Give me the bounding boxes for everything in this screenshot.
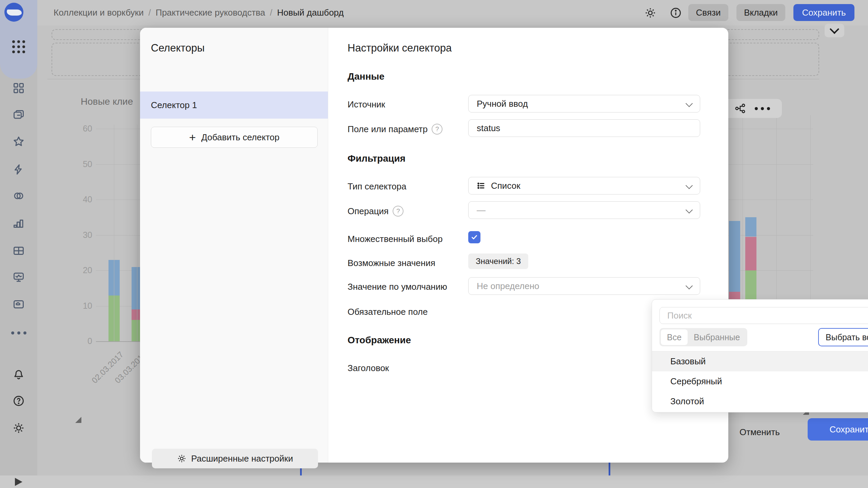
- add-selector-label: Добавить селектор: [201, 132, 280, 143]
- dropdown-option[interactable]: Золотой: [652, 391, 868, 411]
- source-select[interactable]: Ручной ввод: [468, 95, 700, 113]
- selector-item-label: Селектор 1: [151, 100, 197, 110]
- y-tick-label: 0: [72, 336, 92, 346]
- help-icon[interactable]: ?: [393, 206, 403, 217]
- default-value-placeholder: Не определено: [477, 281, 539, 291]
- gear-icon: [177, 454, 186, 463]
- bottom-strip: [0, 475, 868, 488]
- tab-all[interactable]: Все: [661, 329, 688, 345]
- share-nodes-icon[interactable]: [734, 103, 746, 114]
- operation-label: Операция ?: [348, 206, 403, 217]
- selector-list-item[interactable]: Селектор 1: [140, 92, 328, 119]
- title-field-label: Заголовок: [348, 363, 389, 373]
- section-display: Отображение: [348, 335, 411, 346]
- search-placeholder: Поиск: [667, 310, 692, 321]
- add-selector-button[interactable]: + Добавить селектор: [151, 127, 318, 148]
- gridline-v: [114, 125, 114, 341]
- selectors-panel-title: Селекторы: [151, 42, 204, 54]
- y-tick-label: 50: [72, 159, 92, 169]
- selector-type-select[interactable]: Список: [468, 177, 700, 195]
- dropdown-option[interactable]: Базовый: [652, 351, 868, 371]
- source-value: Ручной ввод: [477, 99, 528, 109]
- tab-selected[interactable]: Выбранные: [688, 329, 746, 345]
- operation-select[interactable]: —: [468, 201, 700, 219]
- selectors-dialog: Селекторы Селектор 1 + Добавить селектор…: [140, 28, 728, 463]
- widget-toolbar: [728, 99, 782, 118]
- y-tick-label: 30: [72, 230, 92, 240]
- bar-segment-blue: [729, 221, 740, 292]
- y-tick-label: 40: [72, 195, 92, 204]
- selector-type-label: Тип селектора: [348, 181, 406, 192]
- section-data: Данные: [348, 71, 384, 82]
- settings-panel-title: Настройки селектора: [348, 42, 452, 54]
- operation-value: —: [477, 205, 486, 216]
- widget-resize-handle[interactable]: [75, 417, 81, 423]
- dropdown-option[interactable]: Серебряный: [652, 371, 868, 391]
- field-or-param-value: status: [477, 123, 500, 134]
- bar-segment-pink: [745, 237, 756, 270]
- check-icon: [470, 233, 478, 241]
- possible-values-chip[interactable]: Значений: 3: [468, 253, 528, 269]
- y-tick-label: 10: [72, 301, 92, 311]
- default-value-label: Значение по умолчанию: [348, 282, 447, 292]
- cancel-button[interactable]: Отменить: [737, 423, 778, 441]
- multiselect-label: Множественный выбор: [348, 234, 442, 244]
- advanced-settings-button[interactable]: Расширенные настройки: [152, 449, 318, 468]
- selector-settings-panel: Настройки селектора ✕ Данные Источник Ру…: [328, 28, 728, 463]
- chevron-down-icon: [686, 206, 693, 214]
- y-tick-label: 20: [72, 265, 92, 275]
- field-or-param-label: Поле или параметр ?: [348, 124, 442, 135]
- filter-tabs: Все Выбранные: [659, 328, 747, 346]
- chevron-down-icon: [686, 182, 693, 189]
- search-input[interactable]: Поиск: [659, 307, 868, 324]
- select-all-button[interactable]: Выбрать всё: [818, 328, 868, 346]
- selectors-list-panel: Селекторы Селектор 1 + Добавить селектор…: [140, 28, 328, 463]
- possible-values-label: Возможные значения: [348, 258, 435, 268]
- default-value-select[interactable]: Не определено: [468, 277, 700, 295]
- selector-type-value: Список: [491, 181, 520, 191]
- required-field-label: Обязательное поле: [348, 307, 428, 317]
- help-icon[interactable]: ?: [432, 124, 442, 135]
- app-screen: Коллекции и воркбуки / Практические руко…: [0, 0, 868, 488]
- section-filtering: Фильтрация: [348, 153, 406, 164]
- field-or-param-input[interactable]: status: [468, 119, 700, 137]
- bar-segment-blue: [745, 217, 756, 237]
- gridline-v: [137, 125, 137, 341]
- multiselect-checkbox[interactable]: [468, 231, 480, 243]
- y-tick-label: 60: [72, 124, 92, 134]
- default-value-dropdown: Поиск Все Выбранные Выбрать всё Базовый …: [652, 299, 868, 412]
- expand-play-icon[interactable]: [15, 478, 22, 486]
- plus-icon: +: [189, 132, 196, 142]
- source-label: Источник: [348, 99, 385, 110]
- advanced-settings-label: Расширенные настройки: [191, 453, 293, 464]
- list-icon: [477, 181, 486, 190]
- more-menu-icon[interactable]: [755, 107, 770, 110]
- chevron-down-icon: [686, 100, 693, 107]
- chevron-down-icon: [686, 282, 693, 289]
- save-selector-button[interactable]: Сохранить: [808, 418, 868, 441]
